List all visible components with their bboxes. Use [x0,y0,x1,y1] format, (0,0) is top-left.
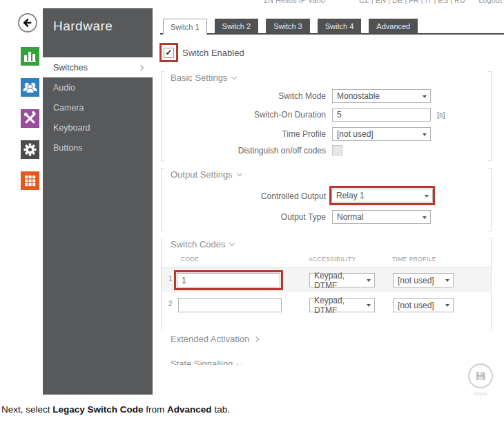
section-title-label: Output Settings [171,169,233,180]
switch-codes-section: Switch Codes CODE ACCESSIBILITY TIME PRO… [161,238,492,330]
tab-switch-4[interactable]: Switch 4 [318,19,362,33]
section-title[interactable]: Output Settings [171,169,242,180]
switch-enabled-checkbox[interactable]: ✓ [164,48,174,58]
language-switcher[interactable]: CZ | EN | DE | FR | IT | ES | RU [359,0,465,5]
tab-bar: Switch 1 Switch 2 Switch 3 Switch 4 Adva… [163,19,418,35]
sidebar-item-camera[interactable]: Camera [43,97,153,117]
apply-button[interactable] [468,363,493,388]
caption-part-bold: Legacy Switch Code [52,404,143,415]
highlight-box-switch-enabled: ✓ [159,43,178,62]
distinguish-codes-checkbox[interactable] [332,145,342,155]
tab-switch-3[interactable]: Switch 3 [266,19,310,33]
time-profile-select-2[interactable]: [not used] [393,298,454,312]
chevron-down-icon [231,74,237,79]
save-disk-icon [475,370,486,381]
dropdown-arrow-icon [367,304,371,307]
back-button[interactable] [18,13,37,32]
highlight-box-code-1 [174,270,283,290]
accessibility-select-1[interactable]: Keypad, DTMF [309,273,375,287]
tab-switch-2[interactable]: Switch 2 [215,19,259,33]
column-header-time-profile: TIME PROFILE [392,256,436,263]
row-index: 1 [168,275,173,283]
sidebar-item-keyboard[interactable]: Keyboard [43,117,153,138]
sidebar-panel: Hardware Switches Audio Camera Keyboard … [43,8,153,395]
caption-part-bold: Advanced [167,404,212,415]
basic-settings-section: Basic Settings Switch Mode Monostable Sw… [161,71,492,161]
caption-text: Next, select Legacy Switch Code from Adv… [1,404,230,415]
switch-enabled-label: Switch Enabled [182,48,244,58]
logout-link[interactable]: Logout [478,0,502,5]
apply-button-label: Apply [463,390,498,397]
gear-icon [21,140,39,159]
duration-unit-suffix: [s] [437,108,445,122]
services-section-button[interactable] [21,109,39,128]
output-settings-section: Output Settings Controlled Output Relay … [161,168,492,232]
code-field[interactable] [177,273,280,287]
switch-on-duration-input[interactable] [332,108,431,122]
sidebar-item-label: Keyboard [53,123,90,133]
select-value: [not used] [398,301,434,310]
field-label: Switch-On Duration [161,108,326,122]
field-label: Switch Mode [161,89,326,103]
dropdown-arrow-icon [425,195,429,198]
dropdown-arrow-icon [423,133,427,136]
system-section-button[interactable] [21,171,39,190]
select-value: Monostable [337,91,380,101]
code-field[interactable] [178,298,282,312]
hardware-section-button[interactable] [21,140,39,159]
sidebar-menu: Switches Audio Camera Keyboard Buttons [43,57,153,158]
dropdown-arrow-icon [445,279,449,282]
arrow-left-icon [21,17,34,29]
top-header-clipped: 2N Helios IP Vario CZ | EN | DE | FR | I… [160,0,504,6]
tab-advanced[interactable]: Advanced [369,19,418,33]
dropdown-arrow-icon [367,279,371,282]
extended-activation-toggle[interactable]: Extended Activation [171,334,258,344]
sidebar-item-audio[interactable]: Audio [43,77,153,97]
controlled-output-select[interactable]: Relay 1 [331,189,433,202]
tab-switch-1[interactable]: Switch 1 [163,19,207,35]
switch-mode-select[interactable]: Monostable [332,89,431,103]
highlight-box-controlled-output: Relay 1 [329,186,435,205]
section-title-label: Basic Settings [171,73,227,83]
dropdown-arrow-icon [423,95,427,98]
column-header-accessibility: ACCESSIBILITY [309,256,356,263]
field-label: Output Type [161,210,326,224]
status-section-button[interactable] [21,47,39,66]
caption-part: Next, select [1,404,52,415]
dropdown-arrow-icon [423,216,427,219]
field-label: Time Profile [161,127,326,141]
tools-icon [21,109,39,128]
sidebar-item-buttons[interactable]: Buttons [43,138,153,158]
output-type-select[interactable]: Normal [332,210,431,224]
sidebar-item-switches[interactable]: Switches [43,57,153,77]
caption-part: tab. [212,404,230,415]
switch-on-duration-field[interactable] [332,108,431,122]
select-value: [not used] [398,276,434,285]
code-table-row: 2 Keypad, DTMF [not used] [162,293,491,318]
page-title: Hardware [53,19,153,34]
accessibility-select-2[interactable]: Keypad, DTMF [309,298,375,312]
code-input-1[interactable] [177,273,280,287]
users-icon [21,78,39,97]
select-value: Keypad, DTMF [314,296,363,315]
dropdown-arrow-icon [445,304,449,307]
bar-chart-icon [21,47,39,66]
sidebar-item-label: Audio [53,83,75,93]
chevron-right-icon [253,336,259,341]
state-signalling-toggle[interactable]: State Signalling [171,359,242,365]
section-bracket [488,168,492,232]
chevron-down-icon [236,171,242,176]
select-value: Normal [337,212,364,222]
caption-part: from [144,404,168,415]
section-title[interactable]: Basic Settings [171,73,236,83]
code-input-2[interactable] [178,298,282,312]
time-profile-select-1[interactable]: [not used] [393,273,454,287]
grid-icon [21,171,39,190]
chevron-right-icon [138,64,144,70]
directory-section-button[interactable] [21,78,39,97]
chevron-down-icon [229,240,235,246]
section-title-label: Extended Activation [171,334,249,344]
field-label: Distinguish on/off codes [161,144,326,158]
time-profile-select[interactable]: [not used] [332,127,431,141]
section-title[interactable]: Switch Codes [171,239,234,249]
